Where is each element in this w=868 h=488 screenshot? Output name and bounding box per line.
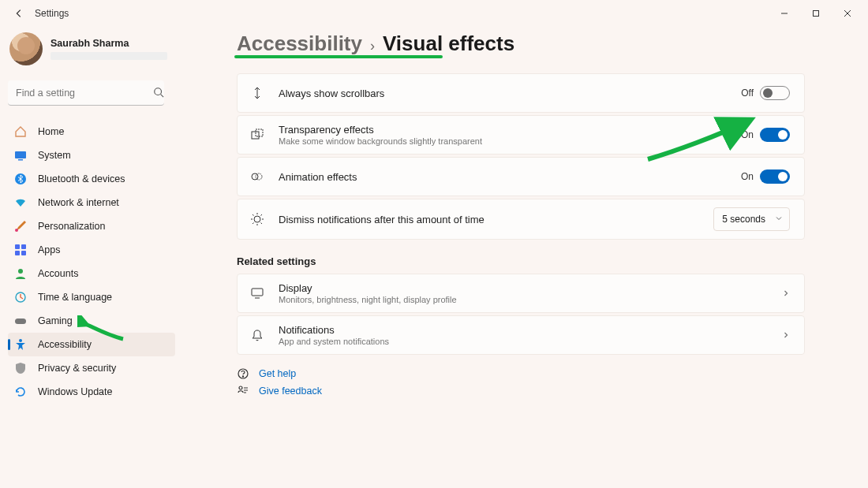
feedback-icon [237,385,249,397]
nav-accounts[interactable]: Accounts [8,262,175,285]
breadcrumb-sep: › [370,38,375,54]
nav-accessibility[interactable]: Accessibility [8,333,175,356]
nav-home[interactable]: Home [8,120,175,143]
shield-icon [14,362,27,374]
setting-dismiss-notifications[interactable]: Dismiss notifications after this amount … [237,199,805,240]
svg-rect-1 [814,11,819,17]
accessibility-icon [14,338,27,351]
nav-windows-update[interactable]: Windows Update [8,380,175,404]
nav-system[interactable]: System [8,143,175,167]
clock-icon [14,291,27,304]
nav-label: Apps [38,244,61,255]
svg-point-22 [254,216,260,222]
nav-time-language[interactable]: Time & language [8,285,175,309]
give-feedback-row: Give feedback [237,385,805,397]
page-title: Visual effects [383,32,514,56]
bell-icon [249,326,266,344]
animation-icon [249,168,266,185]
related-settings-heading: Related settings [237,255,805,267]
svg-rect-6 [15,151,26,158]
system-icon [14,149,27,162]
animation-toggle[interactable] [760,169,790,184]
search-input[interactable] [8,80,164,106]
gamepad-icon [14,315,27,327]
nav-apps[interactable]: Apps [8,238,175,262]
maximize-button[interactable] [800,2,832,24]
transparency-icon [249,126,266,143]
give-feedback-link[interactable]: Give feedback [259,386,322,397]
svg-point-17 [19,339,22,342]
svg-rect-10 [15,244,20,249]
profile-block[interactable]: Saurabh Sharma [8,32,175,66]
svg-point-35 [239,386,242,389]
svg-point-9 [15,229,18,232]
related-notifications[interactable]: Notifications App and system notificatio… [237,315,805,355]
chevron-down-icon [775,214,783,225]
transparency-toggle[interactable] [760,128,790,142]
svg-rect-11 [21,244,26,249]
related-title: Notifications [279,324,782,336]
person-icon [14,267,27,280]
dismiss-dropdown[interactable]: 5 seconds [713,207,790,231]
setting-title: Animation effects [279,171,741,183]
window-title: Settings [35,8,69,19]
svg-line-27 [253,214,254,216]
related-subtitle: App and system notifications [279,337,782,346]
help-icon [237,367,249,380]
breadcrumb-parent[interactable]: Accessibility [237,32,362,56]
setting-title: Always show scrollbars [279,88,741,99]
bluetooth-icon [14,173,27,185]
main-content: Accessibility › Visual effects Always sh… [237,32,805,397]
svg-point-34 [242,376,243,377]
nav-gaming[interactable]: Gaming [8,309,175,333]
svg-line-28 [261,223,263,225]
setting-animation[interactable]: Animation effects On [237,157,805,196]
related-display[interactable]: Display Monitors, brightness, night ligh… [237,274,805,313]
nav-bluetooth[interactable]: Bluetooth & devices [8,167,175,191]
nav-privacy[interactable]: Privacy & security [8,356,175,380]
svg-rect-31 [252,289,263,296]
dropdown-value: 5 seconds [722,214,765,225]
svg-rect-16 [15,319,26,324]
toggle-label: Off [741,88,754,99]
related-title: Display [279,282,782,294]
search-icon [153,87,164,101]
close-button[interactable] [832,2,863,24]
nav-personalization[interactable]: Personalization [8,214,175,238]
nav-label: Time & language [38,292,112,303]
annotation-underline [234,55,443,58]
toggle-label: On [741,129,754,140]
svg-point-14 [18,269,23,274]
scrollbars-icon [249,84,266,102]
nav-label: System [38,150,71,161]
nav-label: Accessibility [38,339,92,350]
minimize-button[interactable] [769,2,800,24]
wifi-icon [14,196,27,209]
window-controls [769,2,863,24]
apps-icon [14,244,27,256]
setting-transparency[interactable]: Transparency effects Make some window ba… [237,115,805,155]
back-button[interactable] [8,2,30,24]
setting-subtitle: Make some window backgrounds slightly tr… [279,136,741,146]
home-icon [14,125,27,138]
brush-icon [14,220,27,233]
user-email-placeholder [51,52,167,60]
avatar [9,32,43,65]
nav-label: Bluetooth & devices [38,173,125,184]
update-icon [14,386,27,398]
search-wrapper [8,80,175,106]
svg-line-30 [253,223,254,225]
sidebar: Saurabh Sharma Home System Bluetooth & d… [8,32,175,404]
nav-network[interactable]: Network & internet [8,191,175,214]
svg-rect-13 [21,251,26,255]
nav-label: Privacy & security [38,363,116,374]
display-icon [249,285,266,302]
get-help-link[interactable]: Get help [259,368,296,379]
setting-scrollbars[interactable]: Always show scrollbars Off [237,73,805,113]
chevron-right-icon [782,286,790,300]
svg-point-4 [155,88,162,95]
nav-list: Home System Bluetooth & devices Network … [8,120,175,404]
get-help-row: Get help [237,367,805,380]
scrollbars-toggle[interactable] [760,86,790,100]
nav-label: Accounts [38,268,78,279]
